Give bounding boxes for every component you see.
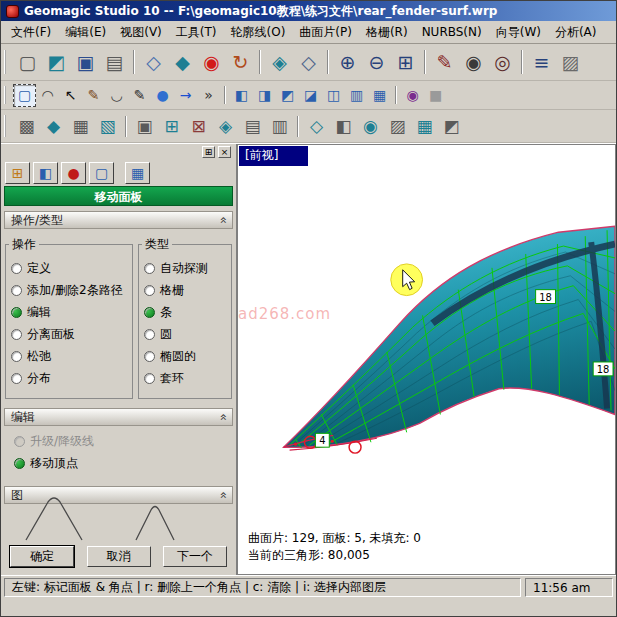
zoom-out-icon[interactable]: ⊖ <box>362 48 391 77</box>
grid-construct-icon[interactable]: ◉ <box>357 113 384 140</box>
viewport-status-text: 曲面片: 129, 面板: 5, 未填充: 0 当前的三角形: 80,005 <box>248 530 421 564</box>
radio-option-type_options-0[interactable]: 自动探测 <box>144 260 226 277</box>
shells-icon[interactable]: ▤ <box>239 113 266 140</box>
polyline-icon[interactable]: ✎ <box>430 48 459 77</box>
cancel-button[interactable]: 取消 <box>87 546 151 567</box>
menu-item-2[interactable]: 视图(V) <box>113 21 169 44</box>
viewport-3d[interactable]: [前视] ad268.com <box>238 144 616 575</box>
view-cube-iso-icon[interactable]: ▦ <box>368 84 391 107</box>
datum-target-icon[interactable]: ◉ <box>197 48 226 77</box>
section-edit[interactable]: 编辑 » <box>4 408 233 426</box>
radio-option-edit_options-0[interactable]: 升级/降级线 <box>14 433 223 450</box>
select-rectangle-icon[interactable]: ▢ <box>13 84 36 107</box>
curvature-icon[interactable]: ◇ <box>303 113 330 140</box>
radio-option-op_options-3[interactable]: 分离面板 <box>11 326 127 343</box>
print-icon[interactable]: ▤ <box>100 48 129 77</box>
shading-sphere-icon[interactable]: ● <box>151 84 174 107</box>
model-tree-tab-icon[interactable]: ⊞ <box>5 162 30 184</box>
app-window: Geomagic Studio 10 -- F:\geomagic10教程\练习… <box>0 0 617 617</box>
open-model-icon[interactable]: ◩ <box>42 48 71 77</box>
radio-option-op_options-2[interactable]: 编辑 <box>11 304 127 321</box>
boundary-icon[interactable]: ▥ <box>266 113 293 140</box>
menu-item-1[interactable]: 编辑(E) <box>58 21 113 44</box>
section-ops-type[interactable]: 操作/类型 » <box>4 211 233 229</box>
fit-surface-icon[interactable]: ◩ <box>438 113 465 140</box>
detect-contours-icon[interactable]: ▨ <box>384 113 411 140</box>
view-cube-left-icon[interactable]: ◩ <box>276 84 299 107</box>
radio-option-type_options-3[interactable]: 圆 <box>144 326 226 343</box>
view-cube-top-icon[interactable]: ◫ <box>322 84 345 107</box>
radio-option-type_options-4[interactable]: 椭圆的 <box>144 348 226 365</box>
menu-item-7[interactable]: NURBS(N) <box>415 22 489 42</box>
rotate-view-icon[interactable]: ↻ <box>226 48 255 77</box>
patch-layout-icon[interactable]: ◧ <box>330 113 357 140</box>
toolbar-grip[interactable] <box>4 50 9 74</box>
graph-curves <box>8 490 230 542</box>
radio-button-icon <box>14 458 25 469</box>
mesh-doctor-icon[interactable]: ▦ <box>67 113 94 140</box>
radio-option-type_options-5[interactable]: 套环 <box>144 370 226 387</box>
view-cube-back-icon[interactable]: ◨ <box>253 84 276 107</box>
list-view-icon[interactable]: ≡ <box>527 48 556 77</box>
menu-item-0[interactable]: 文件(F) <box>4 21 58 44</box>
view-cube-bottom-icon[interactable]: ▥ <box>345 84 368 107</box>
fill-holes-icon[interactable]: ▧ <box>94 113 121 140</box>
decimate-icon[interactable]: ◆ <box>40 113 67 140</box>
zoom-window-icon[interactable]: ⊞ <box>391 48 420 77</box>
shaded-cube-icon[interactable]: ◆ <box>168 48 197 77</box>
radio-option-op_options-5[interactable]: 分布 <box>11 370 127 387</box>
view-cube-front-icon[interactable]: ◧ <box>230 84 253 107</box>
sew-icon[interactable]: ◈ <box>212 113 239 140</box>
view-cube-right-icon[interactable]: ◪ <box>299 84 322 107</box>
mesh-canvas[interactable]: 18 18 4 <box>238 145 615 574</box>
dock-float-icon[interactable]: ⊞ <box>202 146 215 158</box>
eraser-icon[interactable]: ▨ <box>556 48 585 77</box>
status-hint: 左键: 标记面板 & 角点 | r: 删除上一个角点 | c: 清除 | i: … <box>4 578 521 597</box>
save-icon[interactable]: ▣ <box>71 48 100 77</box>
capture-image-icon[interactable]: ◉ <box>459 48 488 77</box>
defeature-icon[interactable]: ▣ <box>131 113 158 140</box>
smooth-icon[interactable]: ⊞ <box>158 113 185 140</box>
draw-line-icon[interactable]: ✎ <box>128 84 151 107</box>
render-camera-icon[interactable]: ◉ <box>401 84 424 107</box>
sampling-icon[interactable]: ▩ <box>13 113 40 140</box>
construct-patches-icon[interactable]: ▦ <box>411 113 438 140</box>
new-document-icon[interactable]: ▢ <box>13 48 42 77</box>
ok-button[interactable]: 确定 <box>10 546 74 567</box>
display-cube-tab-icon[interactable]: ◧ <box>33 162 58 184</box>
menu-item-9[interactable]: 分析(A) <box>548 21 604 44</box>
trim-icon[interactable]: ⊠ <box>185 113 212 140</box>
radio-option-op_options-1[interactable]: 添加/删除2条路径 <box>11 282 127 299</box>
radio-option-op_options-4[interactable]: 松弛 <box>11 348 127 365</box>
menu-item-3[interactable]: 工具(T) <box>169 21 224 44</box>
solid-cube-icon[interactable]: ◈ <box>265 48 294 77</box>
dock-close-icon[interactable]: × <box>218 146 231 158</box>
toolbar-separator <box>424 50 426 74</box>
paintbrush-select-icon[interactable]: ✎ <box>82 84 105 107</box>
radio-option-edit_options-1[interactable]: 移动顶点 <box>14 455 223 472</box>
toolbar-grip[interactable] <box>4 115 9 137</box>
title-bar[interactable]: Geomagic Studio 10 -- F:\geomagic10教程\练习… <box>1 1 616 21</box>
bounding-box-icon[interactable]: ■ <box>424 84 447 107</box>
wireframe-cube-icon[interactable]: ◇ <box>139 48 168 77</box>
zoom-in-icon[interactable]: ⊕ <box>333 48 362 77</box>
overflow-chevron-icon[interactable]: » <box>197 84 220 107</box>
grid-table-tab-icon[interactable]: ▦ <box>125 162 150 184</box>
menu-item-4[interactable]: 轮廓线(O) <box>224 21 293 44</box>
menu-item-6[interactable]: 格栅(R) <box>359 21 415 44</box>
toolbar-grip[interactable] <box>4 86 9 105</box>
radio-option-type_options-2[interactable]: 条 <box>144 304 226 321</box>
next-button[interactable]: 下一个 <box>163 546 227 567</box>
menu-item-8[interactable]: 向导(W) <box>489 21 548 44</box>
select-curve-icon[interactable]: ◡ <box>105 84 128 107</box>
primitives-tab-icon[interactable]: ● <box>61 162 86 184</box>
next-stage-icon[interactable]: → <box>174 84 197 107</box>
radio-option-type_options-1[interactable]: 格栅 <box>144 282 226 299</box>
menu-item-5[interactable]: 曲面片(P) <box>292 21 359 44</box>
dialog-tab-icon[interactable]: ▢ <box>89 162 114 184</box>
mesh-cube-icon[interactable]: ◇ <box>294 48 323 77</box>
radio-option-op_options-0[interactable]: 定义 <box>11 260 127 277</box>
select-arrow-icon[interactable]: ↖ <box>59 84 82 107</box>
select-lasso-icon[interactable]: ◠ <box>36 84 59 107</box>
capture-video-icon[interactable]: ◎ <box>488 48 517 77</box>
